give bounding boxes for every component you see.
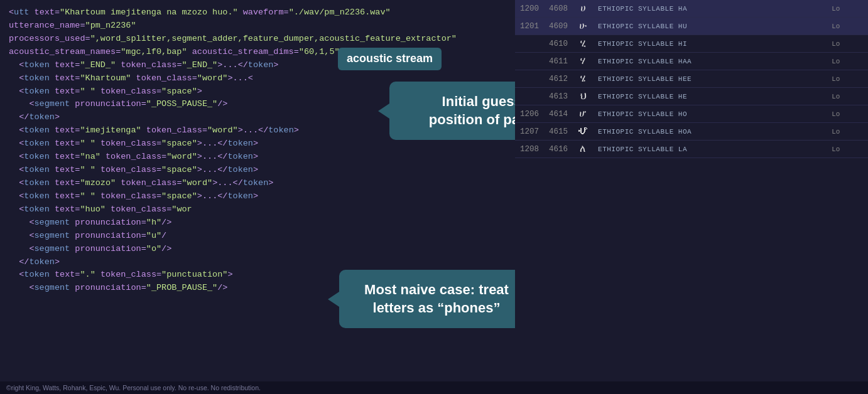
xml-line-18: <segment pronunciation="u"/ — [9, 230, 506, 243]
row-index: 1201 — [515, 18, 544, 35]
row-index: 1207 — [515, 123, 544, 141]
row-category: Lo — [827, 88, 868, 105]
main-container: acoustic stream <utt text="Khartoum imej… — [0, 0, 868, 394]
row-char: ሃ — [573, 53, 593, 70]
tooltip-most-naive: Most naive case: treat letters as “phone… — [339, 270, 515, 328]
row-name: ETHIOPIC SYLLABLE HO — [593, 105, 827, 123]
xml-line-2: utterance_name="pm_n2236" — [9, 19, 506, 33]
xml-line-12: <token text="na" token_class="word">...<… — [9, 151, 506, 164]
tooltip-initial-guess: Initial guess at position of pauses — [389, 82, 515, 140]
row-char: ሄ — [573, 70, 593, 88]
table-row: 1206 4614 ሆ ETHIOPIC SYLLABLE HO Lo — [515, 105, 868, 123]
row-index — [515, 70, 544, 88]
xml-line-19: <segment pronunciation="o"/> — [9, 243, 506, 256]
unicode-panel: 1200 4608 ሀ ETHIOPIC SYLLABLE HA Lo 1201… — [515, 0, 868, 394]
row-code: 4612 — [544, 70, 573, 88]
row-category: Lo — [827, 105, 868, 123]
row-code: 4613 — [544, 88, 573, 105]
table-row: 4613 ህ ETHIOPIC SYLLABLE HE Lo — [515, 88, 868, 105]
row-category: Lo — [827, 35, 868, 53]
xml-line-14: <token text="mzozo" token_class="word">.… — [9, 177, 506, 190]
row-index: 1208 — [515, 141, 544, 158]
row-index: 1206 — [515, 105, 544, 123]
row-char: ሁ — [573, 18, 593, 35]
row-char: ለ — [573, 141, 593, 158]
table-row: 4611 ሃ ETHIOPIC SYLLABLE HAA Lo — [515, 53, 868, 70]
tooltip-initial-line1: Initial guess at — [442, 93, 515, 109]
row-code: 4614 — [544, 105, 573, 123]
xml-line-13: <token text=" " token_class="space">...<… — [9, 164, 506, 177]
row-category: Lo — [827, 53, 868, 70]
tooltip-initial-line2: position of pauses — [429, 112, 515, 127]
table-row: 1208 4616 ለ ETHIOPIC SYLLABLE LA Lo — [515, 141, 868, 158]
row-char: ህ — [573, 88, 593, 105]
row-code: 4609 — [544, 18, 573, 35]
row-name: ETHIOPIC SYLLABLE HI — [593, 35, 827, 53]
xml-line-1: <utt text="Khartoum imejitenga na mzozo … — [9, 6, 506, 19]
tooltip-naive-line2: letters as “phones” — [373, 300, 501, 316]
row-char: ሀ — [573, 0, 593, 18]
row-index: 1200 — [515, 0, 544, 18]
row-name: ETHIOPIC SYLLABLE LA — [593, 141, 827, 158]
xml-panel: acoustic stream <utt text="Khartoum imej… — [0, 0, 515, 394]
row-category: Lo — [827, 141, 868, 158]
row-code: 4611 — [544, 53, 573, 70]
xml-line-17: <segment pronunciation="h"/> — [9, 216, 506, 230]
row-code: 4608 — [544, 0, 573, 18]
row-category: Lo — [827, 0, 868, 18]
row-char: ሇ — [573, 123, 593, 141]
row-category: Lo — [827, 123, 868, 141]
row-name: ETHIOPIC SYLLABLE HU — [593, 18, 827, 35]
row-index — [515, 88, 544, 105]
table-row: 1201 4609 ሁ ETHIOPIC SYLLABLE HU Lo — [515, 18, 868, 35]
row-code: 4615 — [544, 123, 573, 141]
row-code: 4616 — [544, 141, 573, 158]
xml-line-16: <token text="huo" token_class="wor — [9, 203, 506, 216]
row-index — [515, 35, 544, 53]
row-name: ETHIOPIC SYLLABLE HOA — [593, 123, 827, 141]
table-row: 4612 ሄ ETHIOPIC SYLLABLE HEE Lo — [515, 70, 868, 88]
row-category: Lo — [827, 18, 868, 35]
xml-line-15: <token text=" " token_class="space">...<… — [9, 190, 506, 203]
row-char: ሂ — [573, 35, 593, 53]
acoustic-stream-label: acoustic stream — [338, 48, 442, 70]
footer-bar: ©right King, Watts, Rohank, Espic, Wu. P… — [0, 381, 868, 394]
copyright-text: ©right King, Watts, Rohank, Espic, Wu. P… — [6, 384, 261, 391]
table-row: 1200 4608 ሀ ETHIOPIC SYLLABLE HA Lo — [515, 0, 868, 18]
table-row: 4610 ሂ ETHIOPIC SYLLABLE HI Lo — [515, 35, 868, 53]
row-index — [515, 53, 544, 70]
row-category: Lo — [827, 70, 868, 88]
row-code: 4610 — [544, 35, 573, 53]
table-row: 1207 4615 ሇ ETHIOPIC SYLLABLE HOA Lo — [515, 123, 868, 141]
row-name: ETHIOPIC SYLLABLE HE — [593, 88, 827, 105]
row-name: ETHIOPIC SYLLABLE HA — [593, 0, 827, 18]
unicode-table: 1200 4608 ሀ ETHIOPIC SYLLABLE HA Lo 1201… — [515, 0, 868, 158]
xml-line-20: </token> — [9, 256, 506, 269]
row-name: ETHIOPIC SYLLABLE HEE — [593, 70, 827, 88]
row-name: ETHIOPIC SYLLABLE HAA — [593, 53, 827, 70]
tooltip-naive-line1: Most naive case: treat — [364, 282, 509, 297]
row-char: ሆ — [573, 105, 593, 123]
xml-line-3: processors_used=",word_splitter,segment_… — [9, 33, 506, 46]
